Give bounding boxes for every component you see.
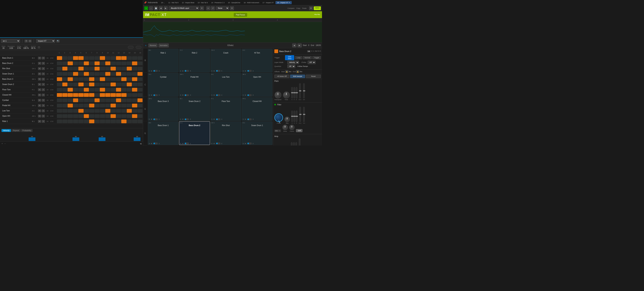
list-icon[interactable]: ☰ [25,40,28,42]
solo-btn[interactable]: S [42,57,45,59]
step-btn[interactable] [105,98,110,102]
step-btn[interactable] [138,72,143,76]
step-btn[interactable] [116,93,121,97]
step-btn[interactable] [110,62,116,65]
step-btn[interactable] [62,62,68,65]
pad-solo-btn[interactable]: S [180,118,181,120]
step-btn[interactable] [73,83,78,86]
step-btn[interactable] [68,114,73,118]
step-btn[interactable] [89,56,94,60]
step-btn[interactable] [121,72,126,76]
step-btn[interactable] [57,114,62,118]
pad-toggle[interactable] [184,118,189,120]
step-btn[interactable] [78,120,84,123]
step-btn[interactable] [78,62,84,65]
nav-tab-18[interactable]: 18 - Impact XT▼ [276,1,292,4]
pad-toggle[interactable] [153,70,158,72]
step-btn[interactable] [105,77,110,81]
tune-knob[interactable] [283,92,290,98]
mute-btn[interactable]: M [38,94,41,96]
vel-bar[interactable] [99,137,106,141]
preset-select[interactable]: Akustik Kit Multi Layer [169,7,199,10]
step-btn[interactable] [73,67,78,71]
chevron-none[interactable]: ▼ [230,7,234,10]
step-btn[interactable] [84,104,89,107]
step-btn[interactable] [100,93,105,97]
step-btn[interactable] [73,77,78,81]
minus-icon[interactable]: − [4,142,6,145]
step-btn[interactable] [84,114,89,118]
step-btn[interactable] [105,114,110,118]
pad-cell[interactable]: C# 2CrashSM5 [210,49,241,72]
step-btn[interactable] [84,56,89,60]
pad-toggle[interactable] [153,94,158,96]
tab-probability[interactable]: Probability [21,129,33,132]
step-btn[interactable] [121,56,126,60]
step-btn[interactable] [138,56,143,60]
step-btn[interactable] [132,77,137,81]
vel-bar[interactable] [28,137,36,141]
step-btn[interactable] [62,77,68,81]
step-btn[interactable] [105,72,110,76]
step-btn[interactable] [132,98,137,102]
step-btn[interactable] [110,72,116,76]
step-btn[interactable] [78,83,84,86]
step-btn[interactable] [100,88,105,92]
pitch-d-slider-track[interactable] [296,87,297,98]
pad-toggle[interactable] [216,70,220,72]
step-btn[interactable] [78,93,84,97]
step-btn[interactable] [84,83,89,86]
step-btn[interactable] [62,88,68,92]
step-btn[interactable] [100,104,105,107]
res-knob[interactable] [284,117,290,122]
pad-cell[interactable]: F 1Floor TomSM4 [210,97,241,121]
step-btn[interactable] [89,114,94,118]
settings-icon[interactable]: ⚙ [309,7,313,10]
mute-btn[interactable]: M [38,115,41,117]
step-btn[interactable] [57,62,62,65]
step-btn[interactable] [94,67,100,71]
step-btn[interactable] [68,109,73,113]
step-btn[interactable] [89,93,94,97]
step-btn[interactable] [127,120,132,123]
step-btn[interactable] [121,114,126,118]
step-btn[interactable] [121,83,126,86]
pad-toggle[interactable] [153,118,158,120]
pad-solo-btn[interactable]: S [243,70,244,72]
step-btn[interactable] [62,98,68,102]
step-btn[interactable] [121,98,126,102]
step-btn[interactable] [73,120,78,123]
step-btn[interactable] [105,104,110,107]
pad-mute-btn[interactable]: M [214,118,215,120]
step-btn[interactable] [100,77,105,81]
step-btn[interactable] [68,77,73,81]
step-btn[interactable] [78,114,84,118]
pad-toggle[interactable] [247,118,252,120]
pad-toggle[interactable] [216,142,220,144]
step-btn[interactable] [105,88,110,92]
drive-knob[interactable] [282,125,288,130]
add-track-icon[interactable]: + [1,142,3,145]
pad-cell[interactable]: B 1Ride 1SM5 [148,49,178,72]
step-btn[interactable] [62,83,68,86]
step-btn[interactable] [138,98,143,102]
choke-select[interactable]: Off [308,61,316,64]
step-btn[interactable] [78,88,84,92]
step-btn[interactable] [110,67,116,71]
step-btn[interactable] [127,67,132,71]
toggle-1[interactable] [128,46,134,49]
pad-focus-btn[interactable]: Pad Focus [234,13,247,17]
step-btn[interactable] [57,56,62,60]
pad-toggle[interactable] [247,94,252,96]
step-btn[interactable] [68,120,73,123]
step-btn[interactable] [100,120,105,123]
chevron-down-icon[interactable]: ▼ [200,7,204,10]
step-btn[interactable] [57,72,62,76]
filter-env-slider-track[interactable] [300,107,301,122]
nav-tab-15[interactable]: 15 - SampleOne [226,1,242,4]
mute-btn[interactable]: M [38,67,41,70]
step-btn[interactable] [100,62,105,65]
step-btn[interactable] [127,109,132,113]
solo-btn[interactable]: S [42,115,45,117]
step-btn[interactable] [78,98,84,102]
